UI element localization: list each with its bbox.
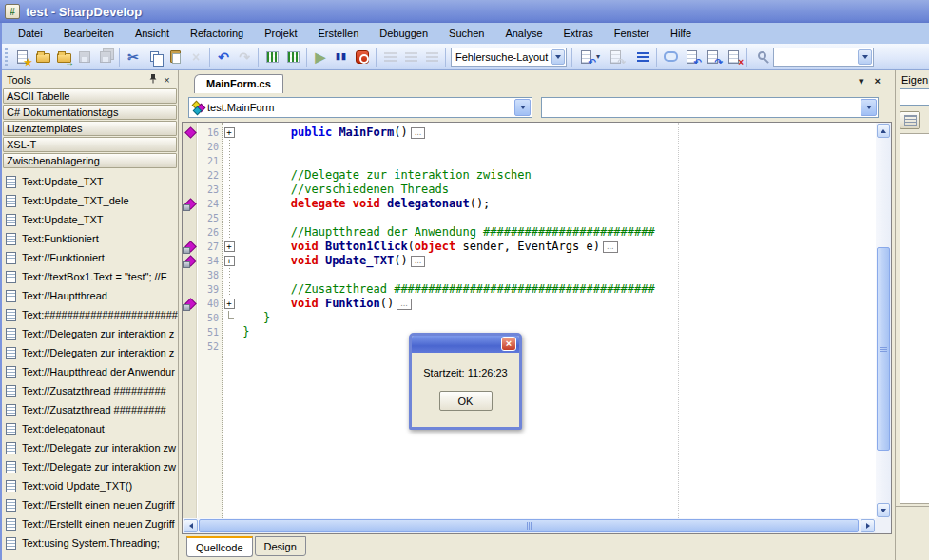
tools-close-icon[interactable]: × (160, 73, 174, 87)
cut-icon[interactable]: ✂ (124, 48, 143, 67)
search-combo[interactable] (773, 48, 874, 67)
tool-item-12[interactable]: Text://Zusatzthread ######### (2, 400, 178, 419)
copy-icon[interactable] (145, 48, 164, 67)
collapsed-region[interactable]: ... (397, 299, 412, 310)
pin-icon[interactable] (145, 73, 160, 87)
tool-item-label: Text://Hauptthread (22, 290, 107, 301)
menu-refactoring[interactable]: Refactoring (180, 23, 254, 44)
tool-item-0[interactable]: Text:Update_TXT (2, 172, 178, 191)
tab-quellcode[interactable]: Quellcode (186, 536, 253, 557)
tool-item-19[interactable]: Text:using System.Threading; (2, 533, 178, 552)
scroll-left-button[interactable] (184, 519, 198, 532)
tool-item-6[interactable]: Text://Hauptthread (2, 286, 178, 305)
menu-hilfe[interactable]: Hilfe (660, 23, 702, 44)
category-xsl-t[interactable]: XSL-T (3, 137, 177, 152)
tool-item-3[interactable]: Text:Funktioniert (2, 229, 178, 248)
comment-region-icon[interactable] (262, 48, 281, 67)
undo-icon[interactable]: ↶ (214, 48, 233, 67)
menu-erstellen[interactable]: Erstellen (308, 23, 370, 44)
menu-debuggen[interactable]: Debuggen (369, 23, 438, 44)
menu-bearbeiten[interactable]: Bearbeiten (53, 23, 125, 44)
save-all-icon (96, 48, 115, 67)
fold-expand-icon[interactable]: + (224, 241, 235, 252)
dialog-close-icon[interactable]: × (501, 337, 516, 351)
tab-mainform-cs[interactable]: MainForm.cs (194, 74, 283, 93)
chevron-down-icon[interactable] (551, 49, 565, 65)
collapsed-region[interactable]: ... (411, 127, 426, 139)
stop-icon[interactable] (353, 48, 372, 67)
next-bookmark-icon[interactable]: ↷ (703, 48, 722, 67)
run-icon[interactable]: ▶ (311, 48, 330, 67)
editor-horizontal-scrollbar[interactable] (183, 518, 876, 533)
tool-item-4[interactable]: Text://Funktioniert (2, 248, 178, 267)
categorize-button[interactable] (900, 111, 920, 129)
open-project-icon[interactable]: → (54, 48, 73, 67)
scroll-down-button[interactable] (877, 503, 890, 517)
class-combo[interactable]: test.MainForm (188, 97, 532, 118)
layout-combo[interactable]: Fehlersuche-Layout (451, 48, 567, 67)
dropdown-caret-icon[interactable]: ▾ (596, 52, 605, 61)
chevron-down-icon[interactable]: ▾ (859, 75, 864, 87)
tool-item-13[interactable]: Text:delegatonaut (2, 419, 178, 438)
menu-fenster[interactable]: Fenster (604, 23, 660, 44)
category-ascii-tabelle[interactable]: ASCII Tabelle (3, 88, 177, 104)
tool-item-14[interactable]: Text://Delegate zur interaktion zw (2, 438, 178, 457)
code-editor[interactable]: 16+public MainForm()...202122//Delegate … (182, 122, 892, 534)
toolbar-grip (5, 48, 8, 66)
member-combo[interactable] (541, 97, 879, 118)
tool-item-9[interactable]: Text://Delegaten zur interaktion z (2, 343, 178, 362)
pause-icon[interactable]: ▮▮ (332, 48, 351, 67)
uncomment-region-icon[interactable] (283, 48, 302, 67)
tool-item-18[interactable]: Text://Erstellt einen neuen Zugriff (2, 514, 178, 533)
bookmark-list-icon[interactable] (633, 48, 652, 67)
dialog-ok-button[interactable]: OK (439, 391, 493, 411)
tool-item-11[interactable]: Text://Zusatzthread ######### (2, 381, 178, 400)
paste-icon[interactable] (165, 48, 184, 67)
category-c-dokumentationstags[interactable]: C# Dokumentationstags (3, 105, 177, 120)
tool-item-5[interactable]: Text://textBox1.Text = "test"; //F (2, 267, 178, 286)
fold-expand-icon[interactable]: + (224, 299, 235, 309)
tool-item-16[interactable]: Text:void Update_TXT() (2, 476, 178, 495)
properties-object-combo[interactable] (900, 88, 929, 106)
clear-bookmarks-icon[interactable]: × (724, 48, 743, 67)
menu-suchen[interactable]: Suchen (438, 23, 494, 44)
scroll-up-button[interactable] (877, 124, 890, 138)
open-file-icon[interactable] (33, 48, 52, 67)
tool-item-15[interactable]: Text://Delegate zur interaktion zw (2, 457, 178, 476)
menu-analyse[interactable]: Analyse (494, 23, 552, 44)
layout-combo-value: Fehlersuche-Layout (452, 51, 551, 63)
chevron-down-icon[interactable] (858, 49, 872, 65)
new-file-icon[interactable]: ★ (12, 48, 31, 67)
toggle-bookmark-icon[interactable] (661, 48, 680, 67)
chevron-down-icon[interactable] (514, 99, 531, 116)
collapsed-region[interactable]: ... (603, 241, 618, 253)
fold-expand-icon[interactable]: + (224, 256, 235, 266)
menu-projekt[interactable]: Projekt (254, 23, 307, 44)
tool-item-2[interactable]: Text:Update_TXT (2, 210, 178, 229)
tool-item-17[interactable]: Text://Erstellt einen neuen Zugriff (2, 495, 178, 514)
menu-datei[interactable]: Datei (8, 23, 53, 44)
nav-back-icon[interactable]: ↶ (576, 48, 595, 67)
fold-expand-icon[interactable]: + (224, 127, 235, 138)
chevron-down-icon[interactable] (861, 99, 877, 116)
editor-vertical-scrollbar[interactable] (876, 123, 891, 518)
prev-bookmark-icon[interactable]: ↶ (682, 48, 701, 67)
close-document-icon[interactable]: × (875, 75, 881, 87)
search-icon[interactable] (751, 48, 770, 67)
tool-item-8[interactable]: Text://Delegaten zur interaktion z (2, 324, 178, 343)
tool-item-10[interactable]: Text://Hauptthread der Anwendur (2, 362, 178, 381)
line-number: 16 (198, 127, 223, 138)
collapsed-region[interactable]: ... (411, 256, 426, 267)
scroll-right-button[interactable] (861, 519, 875, 532)
menu-extras[interactable]: Extras (553, 23, 604, 44)
category-lizenztemplates[interactable]: Lizenztemplates (3, 121, 177, 136)
tools-categories: ASCII TabelleC# DokumentationstagsLizenz… (2, 88, 178, 168)
vertical-scroll-thumb[interactable] (877, 247, 890, 451)
tool-item-1[interactable]: Text:Update_TXT_dele (2, 191, 178, 210)
horizontal-scroll-thumb[interactable] (199, 519, 859, 532)
tab-design[interactable]: Design (255, 536, 306, 556)
menu-ansicht[interactable]: Ansicht (125, 23, 180, 44)
tool-item-7[interactable]: Text:########################## (2, 305, 178, 324)
properties-grid[interactable] (900, 133, 929, 504)
category-zwischenablagering[interactable]: Zwischenablagering (3, 153, 177, 168)
